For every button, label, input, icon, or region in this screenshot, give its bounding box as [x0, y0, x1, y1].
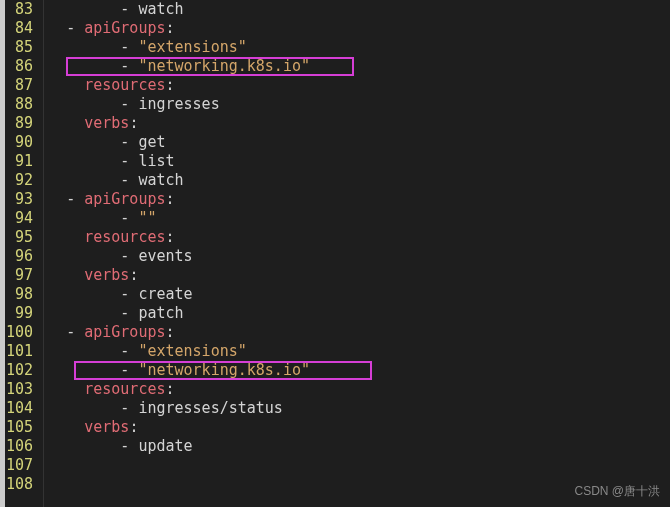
code-token — [48, 152, 120, 170]
code-line[interactable]: - list — [48, 152, 670, 171]
line-number: 89 — [6, 114, 33, 133]
code-token — [48, 304, 120, 322]
line-number: 93 — [6, 190, 33, 209]
code-token — [48, 399, 120, 417]
code-token: events — [138, 247, 192, 265]
code-token — [48, 323, 66, 341]
code-token: update — [138, 437, 192, 455]
left-margin — [0, 0, 5, 507]
code-token: resources — [84, 380, 165, 398]
code-line[interactable]: - watch — [48, 0, 670, 19]
code-token — [48, 190, 66, 208]
code-token — [48, 114, 84, 132]
code-line[interactable]: verbs: — [48, 266, 670, 285]
code-token — [48, 247, 120, 265]
code-token: resources — [84, 228, 165, 246]
code-token — [48, 266, 84, 284]
code-token: - — [120, 38, 138, 56]
code-token: - — [120, 133, 138, 151]
code-line[interactable]: - apiGroups: — [48, 190, 670, 209]
code-token: - — [120, 399, 138, 417]
code-area[interactable]: - watch - apiGroups: - "extensions" - "n… — [44, 0, 670, 507]
line-number: 94 — [6, 209, 33, 228]
code-token: verbs — [84, 418, 129, 436]
code-token: - — [120, 171, 138, 189]
line-number: 83 — [6, 0, 33, 19]
code-line[interactable]: - ingresses/status — [48, 399, 670, 418]
line-number: 104 — [6, 399, 33, 418]
code-line[interactable]: verbs: — [48, 114, 670, 133]
code-token: "extensions" — [138, 38, 246, 56]
code-token: : — [166, 19, 175, 37]
line-number: 98 — [6, 285, 33, 304]
code-token: watch — [138, 0, 183, 18]
code-token: resources — [84, 76, 165, 94]
code-line[interactable]: - apiGroups: — [48, 19, 670, 38]
code-line[interactable]: - "networking.k8s.io" — [48, 57, 670, 76]
code-token: - — [120, 95, 138, 113]
line-number: 103 — [6, 380, 33, 399]
code-token — [48, 171, 120, 189]
code-line[interactable]: - get — [48, 133, 670, 152]
code-token: ingresses/status — [138, 399, 283, 417]
code-token — [48, 209, 120, 227]
line-number: 91 — [6, 152, 33, 171]
code-line[interactable]: - watch — [48, 171, 670, 190]
line-number: 92 — [6, 171, 33, 190]
line-number: 101 — [6, 342, 33, 361]
code-line[interactable]: - "extensions" — [48, 342, 670, 361]
line-number: 106 — [6, 437, 33, 456]
code-token: - — [120, 342, 138, 360]
code-token: - — [120, 247, 138, 265]
code-token: : — [166, 190, 175, 208]
code-token: create — [138, 285, 192, 303]
code-token: : — [129, 114, 138, 132]
code-line[interactable]: - ingresses — [48, 95, 670, 114]
line-number: 108 — [6, 475, 33, 494]
code-line[interactable]: - "networking.k8s.io" — [48, 361, 670, 380]
code-line[interactable]: verbs: — [48, 418, 670, 437]
code-token — [48, 0, 120, 18]
code-token: apiGroups — [84, 190, 165, 208]
code-token: - — [120, 285, 138, 303]
code-token: : — [166, 323, 175, 341]
code-line[interactable] — [48, 456, 670, 475]
code-token: : — [166, 228, 175, 246]
line-number: 95 — [6, 228, 33, 247]
code-token: : — [166, 380, 175, 398]
code-line[interactable]: - "extensions" — [48, 38, 670, 57]
line-number: 100 — [6, 323, 33, 342]
line-number: 99 — [6, 304, 33, 323]
code-line[interactable]: resources: — [48, 380, 670, 399]
code-line[interactable]: - update — [48, 437, 670, 456]
line-number: 87 — [6, 76, 33, 95]
code-line[interactable]: resources: — [48, 228, 670, 247]
code-token: : — [129, 418, 138, 436]
code-line[interactable]: - create — [48, 285, 670, 304]
code-token — [48, 380, 84, 398]
code-line[interactable]: - events — [48, 247, 670, 266]
code-line[interactable]: - "" — [48, 209, 670, 228]
code-token — [48, 38, 120, 56]
code-token — [48, 228, 84, 246]
code-token: - — [120, 361, 138, 379]
code-editor[interactable]: 8384858687888990919293949596979899100101… — [0, 0, 670, 507]
code-token: apiGroups — [84, 19, 165, 37]
code-line[interactable]: resources: — [48, 76, 670, 95]
code-line[interactable]: - patch — [48, 304, 670, 323]
code-token — [48, 342, 120, 360]
code-token — [48, 361, 120, 379]
line-number: 86 — [6, 57, 33, 76]
line-number: 107 — [6, 456, 33, 475]
code-token: ingresses — [138, 95, 219, 113]
code-token: verbs — [84, 114, 129, 132]
code-token — [48, 57, 120, 75]
code-token: - — [120, 152, 138, 170]
line-number: 97 — [6, 266, 33, 285]
code-token: "networking.k8s.io" — [138, 361, 310, 379]
code-token: - — [120, 0, 138, 18]
code-line[interactable]: - apiGroups: — [48, 323, 670, 342]
code-token — [48, 133, 120, 151]
code-token: "networking.k8s.io" — [138, 57, 310, 75]
code-token: watch — [138, 171, 183, 189]
